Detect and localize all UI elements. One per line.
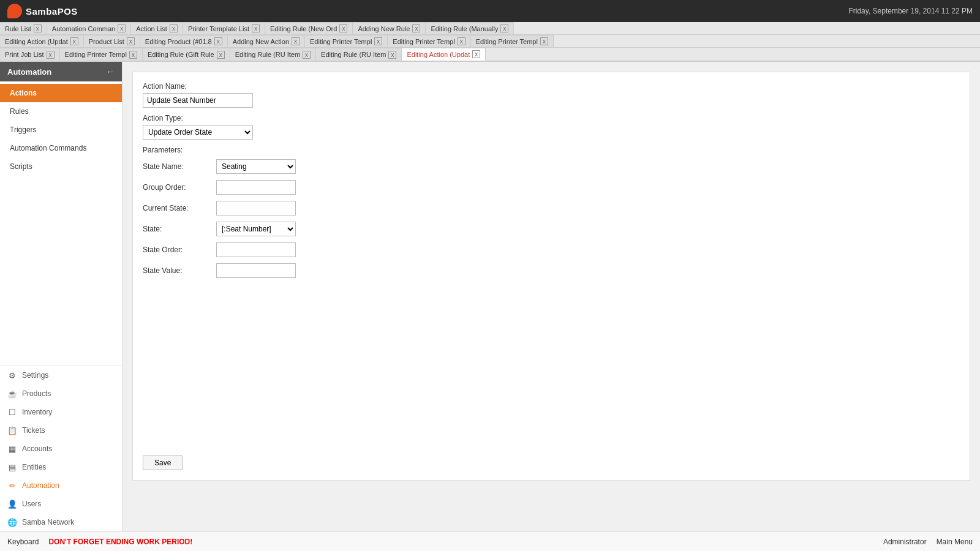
keyboard-label[interactable]: Keyboard xyxy=(7,538,39,546)
sidebar-bottom-settings[interactable]: ⚙Settings xyxy=(0,366,122,384)
tab-item[interactable]: Editing Rule (RU Itemx xyxy=(230,48,316,61)
state-order-row: State Order: xyxy=(143,242,960,257)
state-label: State: xyxy=(143,225,216,233)
tab-item[interactable]: Automation Commanx xyxy=(47,22,131,34)
tab-item[interactable]: Printer Template Listx xyxy=(183,22,265,34)
state-value-input[interactable] xyxy=(216,263,296,278)
state-name-select[interactable]: Seating xyxy=(216,159,296,174)
sidebar-bottom: ⚙Settings☕Products☐Inventory📋Tickets▦Acc… xyxy=(0,365,122,531)
tab-label: Editing Action (Updat xyxy=(5,38,68,45)
tab-item[interactable]: Editing Rule (New Ordx xyxy=(265,22,353,34)
tab-label: Product List xyxy=(89,38,124,45)
tab-item[interactable]: Print Job Listx xyxy=(0,48,60,61)
tab-item[interactable]: Editing Printer Templx xyxy=(305,35,388,47)
tab-close-button[interactable]: x xyxy=(388,51,396,59)
state-select[interactable]: [:Seat Number] xyxy=(216,222,296,236)
tab-item[interactable]: Editing Printer Templx xyxy=(471,35,554,47)
tab-item[interactable]: Editing Printer Templx xyxy=(388,35,470,47)
group-order-row: Group Order: xyxy=(143,180,960,195)
sidebar-back-button[interactable]: ← xyxy=(106,67,115,77)
sidebar-bottom-automation[interactable]: ✏Automation xyxy=(0,476,122,495)
sidebar-bottom-products[interactable]: ☕Products xyxy=(0,384,122,403)
sidebar-nav-item-rules[interactable]: Rules xyxy=(0,102,122,121)
tab-close-button[interactable]: x xyxy=(303,51,311,59)
sidebar-bottom-accounts[interactable]: ▦Accounts xyxy=(0,440,122,458)
admin-label[interactable]: Administrator xyxy=(883,538,927,546)
tab-close-button[interactable]: x xyxy=(412,24,420,32)
accounts-icon: ▦ xyxy=(7,444,17,454)
tab-item[interactable]: Adding New Actionx xyxy=(228,35,305,47)
tab-label: Editing Printer Templ xyxy=(310,38,372,45)
tab-close-button[interactable]: x xyxy=(34,24,42,32)
tab-close-button[interactable]: x xyxy=(339,24,347,32)
action-form: Action Name: Action Type: Update Order S… xyxy=(143,82,960,278)
tab-close-button[interactable]: x xyxy=(292,37,300,45)
tab-close-button[interactable]: x xyxy=(47,51,55,59)
tab-label: Editing Product (#01.8 xyxy=(145,38,212,45)
tab-close-button[interactable]: x xyxy=(472,50,480,58)
sidebar-bottom-tickets[interactable]: 📋Tickets xyxy=(0,421,122,440)
sidebar-bottom-samba-network[interactable]: 🌐Samba Network xyxy=(0,513,122,531)
action-type-label: Action Type: xyxy=(143,114,960,122)
sidebar-nav-item-scripts[interactable]: Scripts xyxy=(0,157,122,176)
app-title: SambaPOS xyxy=(26,6,78,17)
action-type-select[interactable]: Update Order StateUpdate Entity StateUpd… xyxy=(143,125,253,140)
logo-icon xyxy=(7,4,22,18)
tab-item[interactable]: Editing Action (Updatx xyxy=(402,48,486,61)
tab-close-button[interactable]: x xyxy=(214,37,222,45)
tab-close-button[interactable]: x xyxy=(500,24,508,32)
state-order-input[interactable] xyxy=(216,242,296,257)
tab-item[interactable]: Editing Printer Templx xyxy=(60,48,143,61)
tab-label: Adding New Rule xyxy=(358,25,410,32)
sidebar-spacer xyxy=(0,178,122,365)
tab-close-button[interactable]: x xyxy=(540,37,548,45)
tab-label: Editing Rule (RU Item xyxy=(321,51,386,58)
tab-close-button[interactable]: x xyxy=(129,51,137,59)
tab-close-button[interactable]: x xyxy=(458,37,466,45)
tab-close-button[interactable]: x xyxy=(70,37,78,45)
tab-item[interactable]: Editing Rule (RU Itemx xyxy=(316,48,402,61)
bottombar: Keyboard DON'T FORGET ENDING WORK PERIOD… xyxy=(0,531,980,551)
tab-close-button[interactable]: x xyxy=(127,37,135,45)
tab-item[interactable]: Adding New Rulex xyxy=(353,22,426,34)
action-name-input[interactable] xyxy=(143,93,253,108)
tab-close-button[interactable]: x xyxy=(374,37,382,45)
sidebar-header: Automation ← xyxy=(0,62,122,81)
tab-label: Editing Rule (Gift Rule xyxy=(148,51,214,58)
sidebar-title: Automation xyxy=(7,67,51,77)
tab-item[interactable]: Rule Listx xyxy=(0,22,47,34)
tab-item[interactable]: Editing Rule (Manuallyx xyxy=(426,22,514,34)
tab-row-2: Editing Action (UpdatxProduct ListxEditi… xyxy=(0,35,980,48)
tab-row-3: Print Job ListxEditing Printer TemplxEdi… xyxy=(0,48,980,61)
current-state-input[interactable] xyxy=(216,201,296,216)
sidebar-nav: ActionsRulesTriggersAutomation CommandsS… xyxy=(0,81,122,178)
parameters-section: Parameters: State Name: Seating Group Or… xyxy=(143,146,960,278)
tab-close-button[interactable]: x xyxy=(170,24,178,32)
sidebar-bottom-users[interactable]: 👤Users xyxy=(0,495,122,513)
mainmenu-label[interactable]: Main Menu xyxy=(937,538,973,546)
tab-item[interactable]: Action Listx xyxy=(131,22,183,34)
state-row: State: [:Seat Number] xyxy=(143,222,960,236)
tab-item[interactable]: Editing Action (Updatx xyxy=(0,35,84,47)
action-type-select-wrapper: Update Order StateUpdate Entity StateUpd… xyxy=(143,125,960,140)
state-name-label: State Name: xyxy=(143,162,216,171)
sidebar-bottom-entities[interactable]: ▤Entities xyxy=(0,458,122,476)
entities-icon: ▤ xyxy=(7,462,17,472)
tab-close-button[interactable]: x xyxy=(118,24,126,32)
samba-network-icon: 🌐 xyxy=(7,517,17,527)
tab-item[interactable]: Editing Product (#01.8x xyxy=(140,35,228,47)
current-state-row: Current State: xyxy=(143,201,960,216)
tab-close-button[interactable]: x xyxy=(217,51,225,59)
sidebar-nav-item-triggers[interactable]: Triggers xyxy=(0,121,122,139)
group-order-input[interactable] xyxy=(216,180,296,195)
save-button[interactable]: Save xyxy=(143,455,183,470)
tab-item[interactable]: Product Listx xyxy=(84,35,140,47)
sidebar-bottom-label: Products xyxy=(22,389,51,398)
tab-item[interactable]: Editing Rule (Gift Rulex xyxy=(143,48,230,61)
sidebar-bottom-inventory[interactable]: ☐Inventory xyxy=(0,403,122,421)
tab-label: Rule List xyxy=(5,25,31,32)
tab-close-button[interactable]: x xyxy=(252,24,260,32)
sidebar-nav-item-actions[interactable]: Actions xyxy=(0,84,122,102)
sidebar-nav-item-automation-commands[interactable]: Automation Commands xyxy=(0,139,122,157)
main-area: Automation ← ActionsRulesTriggersAutomat… xyxy=(0,62,980,531)
